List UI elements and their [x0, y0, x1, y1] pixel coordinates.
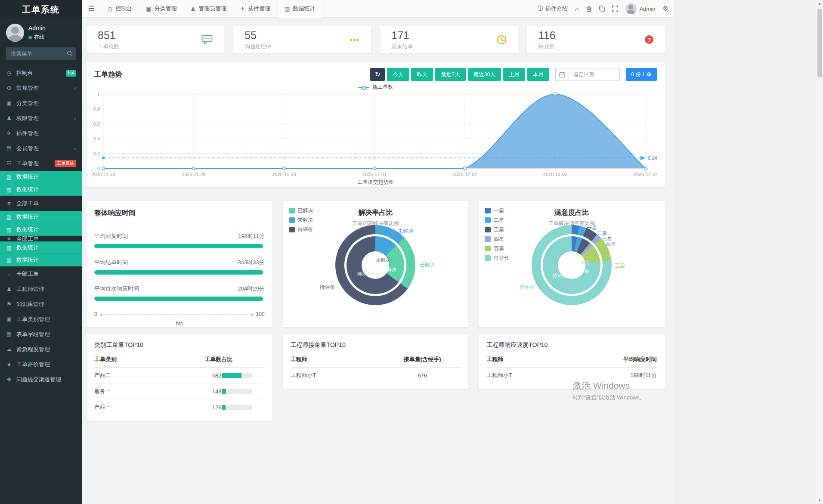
- category-icon: ▣: [146, 6, 151, 12]
- user-profile[interactable]: Admin 在线: [0, 19, 82, 46]
- stat-card[interactable]: 171 总未结单: [381, 26, 518, 53]
- table-row[interactable]: 工程师小T 676: [291, 368, 461, 383]
- chart-legend: 一星二星三星四星五星待评价: [485, 207, 509, 262]
- chart-legend[interactable]: 新工单数: [87, 83, 665, 91]
- legend-item[interactable]: 一星: [485, 207, 509, 214]
- home-icon[interactable]: ⌂: [575, 5, 579, 12]
- stats-icon: ▥: [6, 226, 12, 233]
- sidebar-item[interactable]: ✈插件管理: [0, 126, 82, 141]
- table-row[interactable]: 产品一 126: [94, 399, 265, 415]
- stat-card[interactable]: 851 工单总数: [87, 26, 224, 53]
- sidebar-item[interactable]: ▣分类管理: [0, 96, 82, 111]
- order-count-button[interactable]: 0 份工单: [626, 68, 657, 81]
- sidebar-item[interactable]: ♟权限管理‹: [0, 111, 82, 126]
- tab-label: 数据统计: [293, 5, 316, 12]
- range-button[interactable]: 今天: [387, 68, 409, 81]
- sidebar-item[interactable]: ▥数据统计: [0, 241, 82, 254]
- plugin-intro-link[interactable]: ⓘ插件介绍: [538, 5, 568, 12]
- legend-label: 已解决: [298, 207, 313, 214]
- scale: 0 ◂ ▸ 100: [94, 311, 265, 317]
- legend-item[interactable]: 待评价: [289, 226, 313, 233]
- sidebar-item-label: 全部工单: [16, 236, 39, 241]
- scrollbar-thumb[interactable]: [817, 9, 822, 77]
- legend-item[interactable]: 二星: [485, 216, 509, 224]
- gear-icon[interactable]: ⚙: [663, 5, 668, 12]
- stat-card[interactable]: 55 沟通处理中 •••: [233, 26, 371, 53]
- engineer-icon: ♟: [6, 286, 12, 292]
- app-root: 工单系统 Admin 在线 ◷控制台hot⚙常规管理‹▣分类管理♟权限管理‹✈插…: [0, 0, 674, 504]
- sidebar-item[interactable]: ▦表单字段管理: [0, 327, 82, 342]
- sidebar-item[interactable]: ≡全部工单: [0, 266, 82, 281]
- progress-bar: [94, 244, 265, 248]
- menu-toggle-icon[interactable]: ☰: [82, 4, 101, 13]
- trash-icon[interactable]: [586, 6, 592, 12]
- donut-inner-label: 已解决: [382, 266, 396, 273]
- top10-table: 工单类别工单数占比 产品二 582 服务一 143 产品一 126: [94, 352, 265, 415]
- sidebar-item[interactable]: ▥数据统计: [0, 254, 82, 266]
- sidebar-item[interactable]: ⚑知识库管理: [0, 297, 82, 312]
- date-range-input[interactable]: [569, 68, 620, 81]
- fullscreen-icon[interactable]: [612, 6, 618, 12]
- legend-item[interactable]: 五星: [485, 245, 509, 252]
- range-button[interactable]: 最近30天: [468, 68, 501, 81]
- scroll-up-icon[interactable]: ▲: [816, 1, 823, 6]
- chart-legend: 已解决未解决待评价: [289, 207, 313, 233]
- legend-item[interactable]: 未解决: [289, 216, 313, 224]
- sidebar-item[interactable]: ★工单评价管理: [0, 357, 82, 372]
- table-row[interactable]: 服务一 143: [94, 383, 265, 399]
- stat-card[interactable]: 116 待分派 ?: [527, 26, 665, 53]
- range-button[interactable]: 本月: [527, 68, 549, 81]
- legend-label: 待评价: [494, 254, 509, 262]
- user-menu[interactable]: Admin: [625, 3, 656, 14]
- sidebar-item-label: 数据统计: [16, 213, 39, 221]
- sidebar-item[interactable]: ❖问题提交渠道管理: [0, 372, 82, 387]
- calendar-icon[interactable]: [555, 68, 569, 81]
- stat-value: 55: [244, 29, 272, 42]
- tab-1[interactable]: ◷控制台: [101, 0, 139, 18]
- sidebar-item[interactable]: ◷控制台hot: [0, 65, 82, 80]
- scrollbar[interactable]: ▲ ▼: [816, 0, 823, 504]
- sidebar-item[interactable]: ≡全部工单: [0, 236, 82, 241]
- metric-label: 平均结单时间: [94, 259, 128, 266]
- legend-item[interactable]: 待评价: [485, 254, 509, 262]
- search-icon[interactable]: [67, 50, 73, 56]
- avatar: [6, 24, 24, 42]
- range-button[interactable]: 最近7天: [435, 68, 465, 81]
- scroll-down-icon[interactable]: ▼: [816, 498, 823, 503]
- list-icon: ≡: [6, 200, 12, 207]
- sidebar-item[interactable]: ☷工单管理工单系统: [0, 156, 82, 171]
- range-button[interactable]: 上月: [503, 68, 525, 81]
- menu-search-input[interactable]: [6, 47, 76, 60]
- donut-label: 待评价: [519, 284, 535, 291]
- tab-2[interactable]: ▣分类管理: [139, 0, 183, 18]
- svg-text:2025-12-02: 2025-12-02: [453, 172, 477, 177]
- sidebar-item[interactable]: ▥数据统计: [0, 171, 82, 183]
- tab-4[interactable]: ✈插件管理: [233, 0, 277, 18]
- legend-item[interactable]: 已解决: [289, 207, 313, 214]
- range-button[interactable]: 昨天: [411, 68, 433, 81]
- sidebar-item[interactable]: ▥数据统计: [0, 183, 82, 196]
- cell-name: 产品一: [94, 399, 187, 415]
- tab-5[interactable]: ▥数据统计: [277, 0, 322, 18]
- table-row[interactable]: 产品二 582: [94, 368, 265, 383]
- legend-item[interactable]: 三星: [485, 226, 509, 233]
- sidebar-item[interactable]: ▥数据统计: [0, 223, 82, 236]
- copy-icon[interactable]: [599, 6, 605, 12]
- sidebar-item[interactable]: ▤会员管理‹: [0, 141, 82, 156]
- sidebar-item-label: 问题提交渠道管理: [16, 376, 61, 383]
- sidebar-item[interactable]: ▥数据统计: [0, 211, 82, 223]
- column-header: 工单数: [187, 352, 222, 368]
- sidebar-item[interactable]: ☁紧急程度管理: [0, 342, 82, 357]
- sidebar-badge: 工单系统: [55, 160, 76, 167]
- legend-item[interactable]: 四星: [485, 235, 509, 243]
- sidebar-item[interactable]: ⚙常规管理‹: [0, 80, 82, 96]
- trend-controls: ↻ 今天昨天最近7天最近30天上月本月 0 份工单: [370, 68, 657, 81]
- sidebar-item[interactable]: ▣工单类别管理: [0, 312, 82, 327]
- svg-text:1: 1: [97, 92, 100, 97]
- tab-3[interactable]: ♟管理员管理: [184, 0, 234, 18]
- sidebar-item[interactable]: ≡全部工单: [0, 196, 82, 211]
- sidebar-item[interactable]: ♟工程师管理: [0, 281, 82, 297]
- donut-inner-label: 五星: [580, 269, 589, 275]
- svg-text:0.14: 0.14: [648, 155, 657, 161]
- refresh-button[interactable]: ↻: [370, 68, 385, 81]
